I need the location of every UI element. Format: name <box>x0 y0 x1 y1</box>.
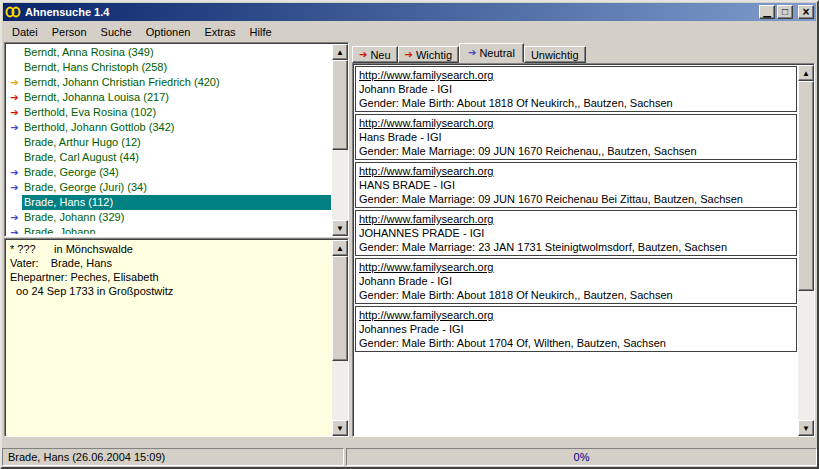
scrollbar-track[interactable] <box>332 256 348 420</box>
scroll-up-icon[interactable]: ▲ <box>798 65 814 81</box>
result-details: Gender: Male Marriage: 09 JUN 1670 Reich… <box>359 192 793 206</box>
result-link[interactable]: http://www.familysearch.org <box>359 116 793 130</box>
result-details: Gender: Male Birth: About 1818 Of Neukir… <box>359 288 793 302</box>
results-scrollbar[interactable]: ▲ ▼ <box>798 65 814 436</box>
scroll-down-icon[interactable]: ▼ <box>332 420 348 436</box>
tab-neutral[interactable]: ➔Neutral <box>459 43 524 63</box>
app-window: Ahnensuche 1.4 ▁ □ × DateiPersonSucheOpt… <box>0 0 819 469</box>
person-name: Berndt, Hans Christoph (258) <box>22 60 331 75</box>
titlebar[interactable]: Ahnensuche 1.4 ▁ □ × <box>3 3 816 21</box>
result-details: Gender: Male Birth: About 1818 Of Neukir… <box>359 96 793 110</box>
status-bar: Brade, Hans (26.06.2004 15:09) 0% <box>2 447 817 467</box>
person-list-item[interactable]: ➔Brade, George (34) <box>7 165 331 180</box>
person-name: Berndt, Johann Christian Friedrich (420) <box>22 75 331 90</box>
person-list-item[interactable]: ➔Berthold, Johann Gottlob (342) <box>7 120 331 135</box>
result-person-name: Johannes Prade - IGI <box>359 322 793 336</box>
person-name: Brade, Johann (329) <box>22 210 331 225</box>
blue-arrow-icon: ➔ <box>468 48 476 58</box>
person-list-item[interactable]: Brade, Arthur Hugo (12) <box>7 135 331 150</box>
tab-unwichtig[interactable]: Unwichtig <box>524 46 586 63</box>
close-button[interactable]: × <box>798 5 814 19</box>
detail-line: Ehepartner: Peches, Elisabeth <box>10 270 328 284</box>
result-details: Gender: Male Marriage: 23 JAN 1731 Stein… <box>359 240 793 254</box>
detail-panel-scrollbar[interactable]: ▲ ▼ <box>332 240 348 436</box>
person-name: Berndt, Johanna Louisa (217) <box>22 90 331 105</box>
scrollbar-track[interactable] <box>798 81 814 420</box>
result-details: Gender: Male Marriage: 09 JUN 1670 Reich… <box>359 144 793 158</box>
result-link[interactable]: http://www.familysearch.org <box>359 308 793 322</box>
detail-line: oo 24 Sep 1733 in Großpostwitz <box>10 284 328 298</box>
blue-arrow-icon: ➔ <box>7 120 22 135</box>
search-result[interactable]: http://www.familysearch.orgJohannes Prad… <box>355 306 797 352</box>
detail-line: * ??? in Mönchswalde <box>10 242 328 256</box>
scrollbar-thumb[interactable] <box>332 60 348 150</box>
person-list-item[interactable]: Berndt, Hans Christoph (258) <box>7 60 331 75</box>
person-list-item[interactable]: ➔Brade, Johann (329) <box>7 210 331 225</box>
person-list-item[interactable]: Brade, Hans (112) <box>7 195 331 210</box>
person-list-item[interactable]: ➔Berthold, Eva Rosina (102) <box>7 105 331 120</box>
tab-label: Wichtig <box>416 49 452 61</box>
menu-item-datei[interactable]: Datei <box>5 24 45 40</box>
result-details: Gender: Male Birth: About 1704 Of, Wilth… <box>359 336 793 350</box>
result-person-name: JOHANNES PRADE - IGI <box>359 226 793 240</box>
tab-label: Neu <box>370 49 390 61</box>
person-list-rows: Berndt, Anna Rosina (349)Berndt, Hans Ch… <box>7 45 331 234</box>
result-person-name: HANS BRADE - IGI <box>359 178 793 192</box>
person-detail-panel: * ??? in MönchswaldeVater: Brade, HansEh… <box>4 238 349 437</box>
search-result[interactable]: http://www.familysearch.orgJOHANNES PRAD… <box>355 210 797 256</box>
search-results-panel: http://www.familysearch.orgJohann Brade … <box>352 63 815 437</box>
scroll-down-icon[interactable]: ▼ <box>798 420 814 436</box>
person-list-scrollbar[interactable]: ▲ ▼ <box>332 44 348 236</box>
window-title: Ahnensuche 1.4 <box>25 6 759 18</box>
person-name: Brade, George (34) <box>22 165 331 180</box>
menu-item-extras[interactable]: Extras <box>197 24 242 40</box>
result-person-name: Johann Brade - IGI <box>359 274 793 288</box>
scroll-up-icon[interactable]: ▲ <box>332 44 348 60</box>
result-link[interactable]: http://www.familysearch.org <box>359 212 793 226</box>
person-list-item[interactable]: ➔Berndt, Johann Christian Friedrich (420… <box>7 75 331 90</box>
menu-item-optionen[interactable]: Optionen <box>139 24 198 40</box>
person-name: Berthold, Johann Gottlob (342) <box>22 120 331 135</box>
search-result[interactable]: http://www.familysearch.orgHans Brade - … <box>355 114 797 160</box>
menu-item-hilfe[interactable]: Hilfe <box>243 24 279 40</box>
maximize-button[interactable]: □ <box>777 5 793 19</box>
search-result[interactable]: http://www.familysearch.orgJohann Brade … <box>355 258 797 304</box>
person-name: Brade, Hans (112) <box>22 195 331 210</box>
progress-percent: 0% <box>574 451 590 463</box>
red-arrow-icon: ➔ <box>7 105 22 120</box>
person-list-item[interactable]: ➔Brade, George (Juri) (34) <box>7 180 331 195</box>
progress-bar: 0% <box>346 448 817 466</box>
menu-item-person[interactable]: Person <box>45 24 94 40</box>
search-results-list: http://www.familysearch.orgJohann Brade … <box>355 66 797 434</box>
scroll-up-icon[interactable]: ▲ <box>332 240 348 256</box>
app-icon <box>5 5 21 19</box>
status-selected-person: Brade, Hans (26.06.2004 15:09) <box>2 448 344 466</box>
minimize-button[interactable]: ▁ <box>759 5 775 19</box>
person-name: Berthold, Eva Rosina (102) <box>22 105 331 120</box>
detail-line: Vater: Brade, Hans <box>10 256 328 270</box>
result-link[interactable]: http://www.familysearch.org <box>359 68 793 82</box>
tab-neu[interactable]: ➔Neu <box>352 46 398 63</box>
blue-arrow-icon: ➔ <box>7 180 22 195</box>
window-controls: ▁ □ × <box>759 5 814 19</box>
result-person-name: Johann Brade - IGI <box>359 82 793 96</box>
scrollbar-thumb[interactable] <box>332 256 348 361</box>
result-person-name: Hans Brade - IGI <box>359 130 793 144</box>
result-link[interactable]: http://www.familysearch.org <box>359 164 793 178</box>
menu-bar: DateiPersonSucheOptionenExtrasHilfe <box>3 22 816 41</box>
scrollbar-track[interactable] <box>332 60 348 220</box>
result-link[interactable]: http://www.familysearch.org <box>359 260 793 274</box>
tab-label: Neutral <box>479 47 514 59</box>
scrollbar-thumb[interactable] <box>798 81 814 291</box>
person-list-item[interactable]: Berndt, Anna Rosina (349) <box>7 45 331 60</box>
search-result[interactable]: http://www.familysearch.orgJohann Brade … <box>355 66 797 112</box>
tab-wichtig[interactable]: ➔Wichtig <box>398 46 459 63</box>
menu-item-suche[interactable]: Suche <box>94 24 139 40</box>
person-list-item[interactable]: Brade, Carl August (44) <box>7 150 331 165</box>
red-arrow-icon: ➔ <box>405 50 413 60</box>
person-list-item[interactable]: ➔Berndt, Johanna Louisa (217) <box>7 90 331 105</box>
person-list-item[interactable]: ➔Brade, Johann <box>7 225 331 234</box>
search-result[interactable]: http://www.familysearch.orgHANS BRADE - … <box>355 162 797 208</box>
scroll-down-icon[interactable]: ▼ <box>332 220 348 236</box>
red-arrow-icon: ➔ <box>359 50 367 60</box>
